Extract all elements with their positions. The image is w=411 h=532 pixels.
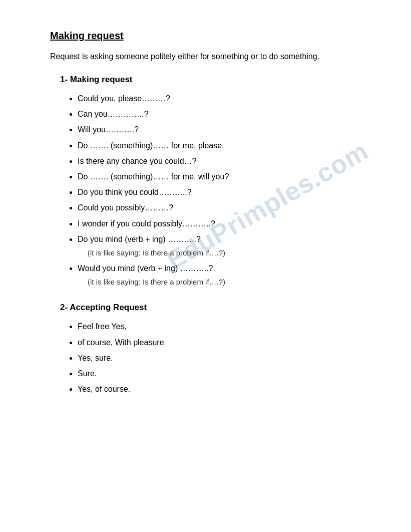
accepting-request-list: Feel free Yes, of course, With pleasure … — [78, 320, 371, 396]
list-item: of course, With pleasure — [78, 336, 371, 349]
sub-note: (it is like saying: Is there a problem i… — [88, 248, 225, 257]
list-item: Would you mind (verb + ing) ………..? (it i… — [78, 261, 371, 289]
intro-text: Request is asking someone politely eithe… — [50, 51, 371, 63]
page-title: Making request — [50, 30, 371, 42]
making-request-section: 1- Making request Could you, please………? … — [50, 75, 371, 289]
list-item: Yes, sure. — [78, 351, 371, 365]
list-item: Yes, of course. — [78, 382, 371, 396]
list-item: Do you think you could………..? — [78, 185, 371, 199]
list-item: Do ……. (something)…… for me, please. — [78, 139, 371, 152]
list-item: Can you…………..? — [78, 107, 371, 121]
list-item: Feel free Yes, — [78, 320, 371, 333]
sub-note: (it is like saying: Is there a problem i… — [88, 278, 225, 286]
list-item: Could you possibly………? — [78, 201, 371, 214]
accepting-request-heading: 2- Accepting Request — [60, 303, 371, 313]
list-item: Is there any chance you could…? — [78, 154, 371, 168]
list-item: Do you mind (verb + ing) ………..? (it is l… — [78, 232, 371, 259]
making-request-list: Could you, please………? Can you…………..? Wil… — [78, 92, 371, 289]
making-request-heading: 1- Making request — [60, 75, 371, 85]
list-item: Will you………..? — [78, 123, 371, 136]
accepting-request-section: 2- Accepting Request Feel free Yes, of c… — [50, 303, 371, 396]
list-item: I wonder if you could possibly………..? — [78, 217, 371, 230]
list-item: Sure. — [78, 367, 371, 380]
list-item: Do ……. (something)…… for me, will you? — [78, 170, 371, 183]
list-item: Could you, please………? — [78, 92, 371, 105]
